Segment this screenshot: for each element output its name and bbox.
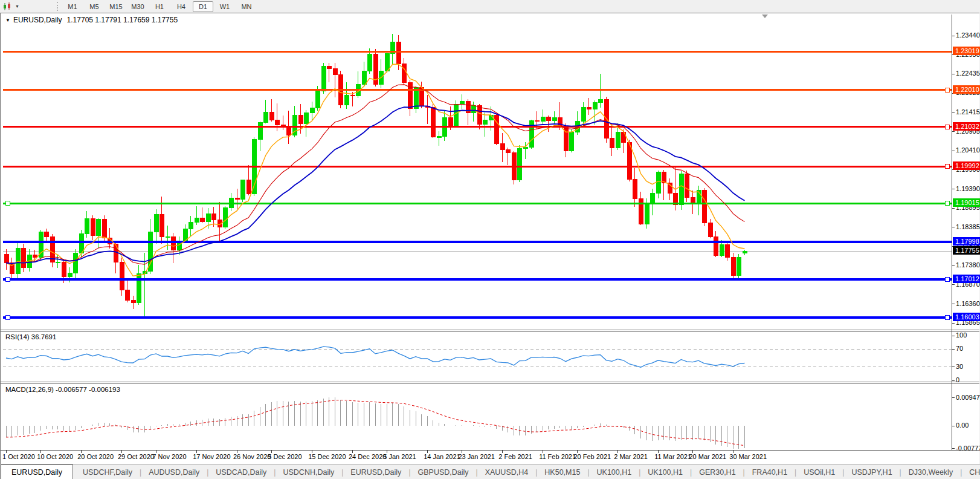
date-axis-label: 10 Oct 2020 [37, 453, 73, 460]
price-axis-tick-mark [952, 266, 955, 266]
price-axis-tick-mark [952, 227, 955, 227]
timeframe-button-w1[interactable]: W1 [214, 1, 235, 12]
price-line-label: 1.16003 [953, 313, 980, 321]
chart-tab-bar: EURUSD,DailyUSDCHF,Daily|AUDUSD,Daily|US… [0, 464, 980, 479]
date-axis-label: 30 Mar 2021 [729, 453, 767, 460]
price-axis-tick: 1.20410 [956, 146, 980, 154]
price-axis-tick-mark [952, 323, 955, 324]
chart-title: ▼EURUSD,Daily1.17705 1.17791 1.17659 1.1… [5, 16, 178, 24]
date-axis-label: 24 Dec 2020 [349, 453, 386, 460]
symbol-tab-usdcad-daily[interactable]: USDCAD,Daily [208, 464, 274, 479]
symbol-tab-audusd-daily[interactable]: AUDUSD,Daily [141, 464, 207, 479]
timeframe-button-m5[interactable]: M5 [84, 1, 105, 12]
rsi-axis-tick: 0 [956, 376, 959, 383]
date-axis-label: 26 Nov 2020 [233, 453, 271, 460]
timeframe-button-m1[interactable]: M1 [62, 1, 83, 12]
symbol-tab-xauusd-h4[interactable]: XAUUSD,H4 [478, 464, 536, 479]
macd-axis-tick: -0.007773 [956, 445, 980, 452]
price-axis-tick-mark [952, 208, 955, 209]
chart-symbol-period: EURUSD,Daily [13, 16, 62, 24]
symbol-tab-eurusd-daily[interactable]: EURUSD,Daily [1, 464, 73, 479]
price-line-label: 1.19992 [953, 161, 980, 170]
price-axis-tick-mark [952, 36, 955, 36]
symbol-tab-ger30-h1[interactable]: GER30,H1 [692, 464, 743, 479]
symbol-tab-usdchf-daily[interactable]: USDCHF,Daily [76, 464, 140, 479]
price-line-label: 1.17998 [953, 237, 980, 246]
price-axis-tick-mark [952, 74, 955, 74]
rsi-axis-tick: 30 [956, 363, 963, 370]
symbol-tab-china300-h1[interactable]: CHINA300,H1 [962, 464, 980, 479]
date-axis-label: 5 Jan 2021 [383, 453, 416, 460]
symbol-tab-usoil-h1[interactable]: USOil,H1 [796, 464, 842, 479]
timeframe-button-m30[interactable]: M30 [127, 1, 148, 12]
rsi-axis-tick-mark [952, 380, 955, 381]
price-axis-tick-mark [952, 284, 955, 285]
symbol-tab-uk100-h1[interactable]: UK100,H1 [640, 464, 690, 479]
horizontal-lines-layer [3, 51, 952, 319]
price-axis-tick: 1.19390 [956, 185, 980, 192]
date-axis-label: 20 Oct 2020 [77, 453, 114, 460]
price-axis-tick: 1.18385 [956, 223, 980, 230]
price-axis-tick: 1.17380 [956, 261, 980, 269]
price-axis-tick: 1.16360 [956, 300, 980, 307]
rsi-axis-tick-mark [952, 349, 955, 350]
date-axis-label: 1 Oct 2020 [2, 453, 35, 460]
rsi-axis-tick-mark [952, 336, 955, 336]
macd-axis-tick: 0.00 [956, 422, 969, 429]
macd-axis-tick: 0.009478 [956, 394, 980, 401]
date-axis-label: 23 Jan 2021 [458, 453, 495, 460]
price-axis-tick-mark [952, 112, 955, 112]
price-line-label: 1.19015 [953, 198, 980, 207]
chevron-down-icon[interactable]: ▼ [15, 4, 19, 8]
macd-axis-tick-mark [952, 448, 955, 449]
date-axis-label: 14 Jan 2021 [424, 453, 460, 460]
symbol-tab-usdjpy-h1[interactable]: USDJPY,H1 [844, 464, 899, 479]
price-axis-tick: 1.23440 [956, 31, 980, 39]
macd-axis-tick-mark [952, 426, 955, 426]
rsi-axis-tick-mark [952, 367, 955, 367]
date-axis-label: 2 Mar 2021 [614, 453, 648, 460]
macd-axis-tick-mark [952, 397, 955, 398]
price-axis-tick-mark [952, 131, 955, 132]
price-axis-tick-mark [952, 189, 955, 189]
symbol-tab-hk50-m15[interactable]: HK50,M15 [537, 464, 587, 479]
date-axis-label: 17 Nov 2020 [193, 453, 230, 460]
symbol-tab-usdcnh-daily[interactable]: USDCNH,Daily [276, 464, 341, 479]
symbol-tabs: EURUSD,DailyUSDCHF,Daily|AUDUSD,Daily|US… [1, 464, 980, 479]
symbol-tab-eurusd-daily[interactable]: EURUSD,Daily [343, 464, 408, 479]
candlestick-glyph [3, 2, 13, 11]
date-axis-label: 15 Dec 2020 [308, 453, 346, 460]
current-price-label: 1.17755 [953, 246, 980, 255]
price-line-label: 1.23019 [953, 47, 980, 55]
date-axis-label: 2 Feb 2021 [498, 453, 532, 460]
price-chart-canvas[interactable] [1, 13, 979, 464]
date-axis-label: 11 Feb 2021 [539, 453, 576, 460]
symbol-tab-uk100-h1[interactable]: UK100,H1 [590, 464, 639, 479]
timeframe-button-h1[interactable]: H1 [149, 1, 170, 12]
symbol-tab-fra40-h1[interactable]: FRA40,H1 [745, 464, 795, 479]
chart-shift-marker[interactable] [762, 15, 768, 18]
symbol-tab-gbpusd-daily[interactable]: GBPUSD,Daily [411, 464, 476, 479]
timeframe-buttons: M1M5M15M30H1H4D1W1MN [62, 0, 257, 13]
chart-tools-icon[interactable] [2, 2, 14, 11]
timeframe-button-d1[interactable]: D1 [193, 1, 213, 12]
price-line-label: 1.22010 [953, 85, 980, 94]
price-line-label: 1.21032 [953, 122, 980, 131]
macd-histogram [6, 397, 744, 449]
timeframe-button-h4[interactable]: H4 [171, 1, 192, 12]
price-axis-tick-mark [952, 304, 955, 304]
rsi-axis-tick: 70 [956, 345, 963, 352]
chart-menu-icon[interactable]: ▼ [5, 18, 10, 23]
price-axis-tick-mark [952, 151, 955, 151]
macd-indicator-label: MACD(12,26,9) -0.006577 -0.006193 [5, 386, 120, 393]
date-axis-label: 11 Mar 2021 [654, 453, 691, 460]
rsi-line [6, 347, 744, 367]
chart-window: 1.234401.229301.224351.219251.214151.209… [0, 13, 979, 465]
symbol-tab-dj30-weekly[interactable]: DJ30,Weekly [901, 464, 960, 479]
timeframe-button-m15[interactable]: M15 [106, 1, 126, 12]
price-axis-tick: 1.22435 [956, 70, 980, 77]
date-axis-label: 5 Dec 2020 [268, 453, 301, 460]
timeframe-button-mn[interactable]: MN [236, 1, 257, 12]
price-axis-tick: 1.21415 [956, 108, 980, 116]
toolbar-grip [57, 2, 58, 11]
